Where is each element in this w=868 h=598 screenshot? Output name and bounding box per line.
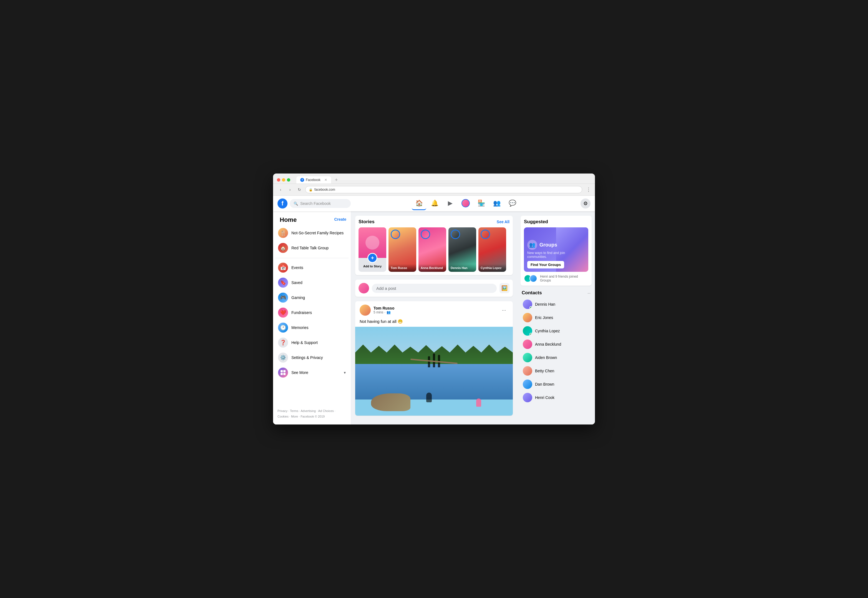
cynthia-lopez-story-avatar bbox=[480, 230, 490, 239]
groups-friends-text: Henri and 9 friends joined Groups bbox=[540, 275, 588, 283]
cynthia-lopez-story-name: Cynthia Lopez bbox=[479, 264, 506, 272]
contact-henri-cook[interactable]: Henri Cook bbox=[521, 391, 592, 404]
facebook-logo: f bbox=[277, 199, 288, 208]
nav-store-button[interactable]: 🏪 bbox=[474, 197, 488, 210]
cynthia-lopez-name: Cynthia Lopez bbox=[535, 329, 560, 333]
dan-brown-avatar bbox=[523, 380, 532, 389]
create-button[interactable]: Create bbox=[334, 217, 346, 221]
nav-right: ⚙ bbox=[580, 199, 591, 208]
sidebar-item-family-recipes[interactable]: 🍴 Not-So-Secret Family Recipes bbox=[275, 226, 349, 240]
anna-becklund-story-avatar bbox=[421, 230, 430, 239]
tom-russo-story-avatar bbox=[391, 230, 400, 239]
facebook-app: f 🔍 Search Facebook 🏠 🔔 ▶ 🏪 👥 💬 ⚙ bbox=[273, 196, 595, 425]
center-feed: Stories See All bbox=[351, 211, 517, 425]
tab-close-button[interactable]: ✕ bbox=[324, 178, 327, 182]
story-dennis-han[interactable]: Dennis Han bbox=[449, 227, 476, 272]
footer-links: Privacy · Terms · Advertising · Ad Choic… bbox=[277, 408, 346, 420]
groups-people-joined: Henri and 9 friends joined Groups bbox=[524, 275, 588, 283]
sidebar-item-events[interactable]: 📅 Events bbox=[275, 260, 349, 275]
contact-dennis-han[interactable]: Dennis Han bbox=[521, 298, 592, 311]
events-icon: 📅 bbox=[278, 263, 288, 273]
url-text: facebook.com bbox=[315, 188, 579, 191]
post-meta: 5 mins · 👥 bbox=[373, 310, 394, 314]
henri-cook-avatar bbox=[523, 393, 532, 402]
post-privacy-icon: 👥 bbox=[386, 310, 391, 314]
back-button[interactable]: ‹ bbox=[277, 186, 284, 193]
settings-privacy-icon: ⚙️ bbox=[278, 353, 288, 363]
forward-button[interactable]: › bbox=[286, 186, 294, 193]
browser-more-button[interactable]: ⋮ bbox=[586, 187, 591, 193]
aiden-brown-avatar bbox=[523, 353, 532, 362]
tab-title: Facebook bbox=[306, 178, 321, 182]
sidebar-item-memories[interactable]: 🕐 Memories bbox=[275, 320, 349, 335]
add-story-card[interactable]: + Add to Story bbox=[358, 227, 386, 272]
post-more-button[interactable]: ··· bbox=[500, 306, 509, 314]
nav-home-button[interactable]: 🏠 bbox=[412, 197, 426, 210]
browser-toolbar: ‹ › ↻ 🔒 facebook.com ⋮ bbox=[273, 184, 595, 196]
post-input[interactable]: Add a post bbox=[372, 284, 497, 293]
search-bar[interactable]: 🔍 Search Facebook bbox=[290, 199, 351, 208]
right-sidebar: Suggested 👥 Groups New ways to f bbox=[517, 211, 595, 425]
eric-jones-name: Eric Jones bbox=[535, 315, 553, 320]
memories-icon: 🕐 bbox=[278, 323, 288, 333]
groups-card-title: Groups bbox=[540, 242, 557, 248]
browser-tab[interactable]: f Facebook ✕ bbox=[296, 176, 331, 184]
post-author-info: Tom Russo 5 mins · 👥 bbox=[373, 306, 394, 314]
help-label: Help & Support bbox=[291, 340, 318, 345]
suggested-section: Suggested 👥 Groups New ways to f bbox=[521, 216, 592, 286]
help-icon: ❓ bbox=[278, 338, 288, 348]
nav-bell-button[interactable]: 🔔 bbox=[427, 197, 442, 210]
post-text: Not having fun at all 😁 bbox=[355, 319, 513, 327]
contact-anna-becklund[interactable]: Anna Becklund bbox=[521, 338, 592, 351]
red-table-icon: 🏠 bbox=[278, 243, 288, 253]
contact-dan-brown[interactable]: Dan Brown bbox=[521, 378, 592, 391]
nav-avatar-button[interactable] bbox=[458, 197, 473, 210]
reload-button[interactable]: ↻ bbox=[296, 186, 303, 193]
sidebar-item-gaming[interactable]: 🎮 Gaming bbox=[275, 290, 349, 305]
contact-eric-jones[interactable]: Eric Jones bbox=[521, 311, 592, 324]
see-all-button[interactable]: See All bbox=[497, 220, 510, 224]
story-tom-russo[interactable]: Tom Russo bbox=[388, 227, 416, 272]
dan-brown-name: Dan Brown bbox=[535, 382, 554, 386]
suggested-title: Suggested bbox=[524, 219, 588, 224]
contact-betty-chen[interactable]: Betty Chen bbox=[521, 365, 592, 377]
sidebar-item-see-more[interactable]: See More ▾ bbox=[275, 365, 349, 380]
sidebar-item-red-table[interactable]: 🏠 Red Table Talk Group bbox=[275, 241, 349, 255]
post-card: Tom Russo 5 mins · 👥 ··· Not having fun … bbox=[355, 301, 513, 416]
sidebar-item-settings[interactable]: ⚙️ Settings & Privacy bbox=[275, 350, 349, 365]
main-content: Home Create 🍴 Not-So-Secret Family Recip… bbox=[273, 211, 595, 425]
address-bar[interactable]: 🔒 facebook.com bbox=[305, 186, 582, 193]
contacts-more-button[interactable]: ··· bbox=[588, 291, 591, 295]
browser-window: f Facebook ✕ + ‹ › ↻ 🔒 facebook.com ⋮ f … bbox=[273, 173, 595, 425]
cynthia-lopez-avatar bbox=[523, 326, 532, 336]
photo-upload-button[interactable]: 🖼️ bbox=[500, 283, 510, 293]
sidebar-item-fundraisers[interactable]: ❤️ Fundraisers bbox=[275, 305, 349, 320]
tom-russo-story-name: Tom Russo bbox=[388, 264, 416, 272]
henri-cook-name: Henri Cook bbox=[535, 395, 555, 400]
nav-groups-button[interactable]: 👥 bbox=[489, 197, 504, 210]
contact-cynthia-lopez[interactable]: Cynthia Lopez bbox=[521, 324, 592, 337]
contact-aiden-brown[interactable]: Aiden Brown bbox=[521, 351, 592, 364]
events-label: Events bbox=[291, 265, 303, 270]
search-placeholder: Search Facebook bbox=[300, 201, 331, 206]
find-groups-button[interactable]: Find Your Groups bbox=[527, 261, 564, 268]
new-tab-button[interactable]: + bbox=[335, 177, 338, 183]
betty-chen-name: Betty Chen bbox=[535, 369, 554, 373]
story-anna-becklund[interactable]: Anna Becklund bbox=[419, 227, 446, 272]
search-icon: 🔍 bbox=[294, 202, 298, 206]
minimize-dot[interactable] bbox=[282, 178, 285, 182]
stories-section: Stories See All bbox=[355, 216, 513, 275]
nav-messenger-button[interactable]: 💬 bbox=[505, 197, 519, 210]
story-cynthia-lopez[interactable]: Cynthia Lopez bbox=[479, 227, 506, 272]
browser-titlebar: f Facebook ✕ + bbox=[273, 173, 595, 184]
maximize-dot[interactable] bbox=[287, 178, 290, 182]
dennis-han-avatar bbox=[523, 299, 532, 309]
close-dot[interactable] bbox=[277, 178, 280, 182]
post-time: 5 mins bbox=[373, 310, 383, 314]
nav-video-button[interactable]: ▶ bbox=[443, 197, 457, 210]
settings-button[interactable]: ⚙ bbox=[580, 199, 591, 208]
eric-jones-avatar bbox=[523, 313, 532, 322]
sidebar-item-saved[interactable]: 🔖 Saved bbox=[275, 275, 349, 290]
sidebar-item-help[interactable]: ❓ Help & Support bbox=[275, 335, 349, 350]
contacts-section: Contacts ··· Dennis Han Eric Jones bbox=[521, 290, 592, 404]
